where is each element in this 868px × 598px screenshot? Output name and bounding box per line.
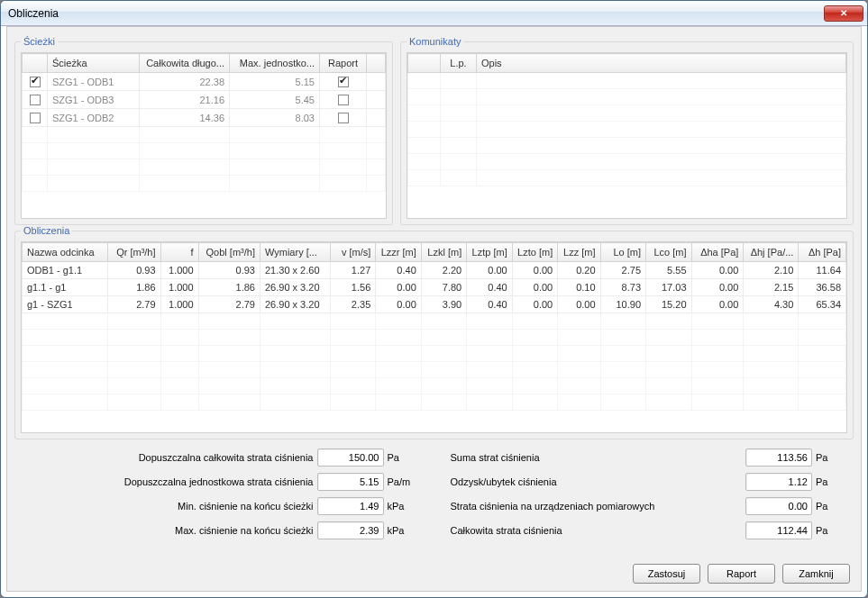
- summary-unit: Pa: [816, 501, 846, 512]
- summary-label: Odzysk/ubytek ciśnienia: [451, 476, 743, 487]
- cell-f: 1.000: [160, 279, 198, 296]
- checkbox-icon[interactable]: [338, 113, 349, 123]
- messages-legend: Komunikaty: [407, 36, 463, 47]
- col-lzz[interactable]: Lzz [m]: [558, 243, 600, 262]
- paths-group: Ścieżki Ścieżka Całkowita długo... Max. …: [14, 36, 393, 225]
- col-lzzr[interactable]: Lzzr [m]: [376, 243, 421, 262]
- col-lo[interactable]: Lo [m]: [600, 243, 645, 262]
- col-lp[interactable]: L.p.: [441, 54, 477, 73]
- cell-lztp: 0.40: [467, 279, 512, 296]
- col-lco[interactable]: Lco [m]: [646, 243, 691, 262]
- summary-unit: Pa: [816, 476, 846, 487]
- messages-grid[interactable]: L.p. Opis: [407, 52, 847, 219]
- cell-lco: 17.03: [646, 279, 691, 296]
- col-sciezka[interactable]: Ścieżka: [48, 54, 140, 73]
- cell-v: 1.56: [330, 279, 375, 296]
- calc-legend: Obliczenia: [21, 225, 72, 236]
- cell-v: 1.27: [330, 262, 375, 279]
- summary-unit: Pa: [388, 452, 418, 463]
- col-select[interactable]: [23, 54, 48, 73]
- summary-value[interactable]: 5.15: [317, 473, 384, 491]
- cell-lzto: 0.00: [512, 279, 557, 296]
- checkbox-icon[interactable]: [338, 95, 349, 105]
- path-max: 5.15: [230, 73, 320, 91]
- table-row[interactable]: SZG1 - ODB122.385.15: [23, 73, 386, 91]
- col-lzto[interactable]: Lzto [m]: [512, 243, 557, 262]
- col-dha[interactable]: Δha [Pa]: [691, 243, 744, 262]
- checkbox-icon[interactable]: [30, 95, 41, 105]
- col-wymiary[interactable]: Wymiary [...: [260, 243, 330, 262]
- cell-qr: 1.86: [107, 279, 160, 296]
- col-dlugosc[interactable]: Całkowita długo...: [140, 54, 230, 73]
- table-row[interactable]: SZG1 - ODB321.165.45: [23, 91, 386, 109]
- cell-lzto: 0.00: [512, 262, 557, 279]
- col-qobl[interactable]: Qobl [m³/h]: [198, 243, 260, 262]
- cell-lco: 15.20: [646, 296, 691, 313]
- cell-lztp: 0.40: [467, 296, 512, 313]
- window-title: Obliczenia: [8, 7, 59, 20]
- cell-v: 2.35: [330, 296, 375, 313]
- client-area: Ścieżki Ścieżka Całkowita długo... Max. …: [6, 26, 862, 592]
- cell-lzzr: 0.00: [376, 279, 421, 296]
- table-row[interactable]: g1.1 - g11.861.0001.8626.90 x 3.201.560.…: [23, 279, 846, 296]
- titlebar[interactable]: Obliczenia ✕: [1, 1, 867, 26]
- cell-qobl: 0.93: [198, 262, 260, 279]
- col-raport[interactable]: Raport: [320, 54, 367, 73]
- table-row[interactable]: g1 - SZG12.791.0002.7926.90 x 3.202.350.…: [23, 296, 846, 313]
- checkbox-icon[interactable]: [30, 77, 41, 87]
- col-qr[interactable]: Qr [m³/h]: [107, 243, 160, 262]
- cell-f: 1.000: [160, 262, 198, 279]
- summary-value[interactable]: 1.49: [317, 497, 384, 515]
- cell-lzkl: 2.20: [421, 262, 466, 279]
- close-icon[interactable]: ✕: [824, 5, 863, 22]
- cell-wymiary: 26.90 x 3.20: [260, 296, 330, 313]
- calc-grid[interactable]: Nazwa odcinkaQr [m³/h]fQobl [m³/h]Wymiar…: [21, 241, 847, 433]
- summary-unit: kPa: [388, 525, 418, 536]
- summary-value[interactable]: 150.00: [317, 448, 384, 467]
- summary-row: Max. ciśnienie na końcu ścieżki2.39kPa: [22, 521, 418, 539]
- apply-button[interactable]: Zastosuj: [633, 564, 700, 584]
- table-row[interactable]: SZG1 - ODB214.368.03: [23, 109, 386, 127]
- col-msg-blank[interactable]: [408, 54, 441, 73]
- path-max: 8.03: [230, 109, 320, 127]
- checkbox-icon[interactable]: [30, 113, 41, 123]
- col-spacer: [367, 54, 386, 73]
- summary-value[interactable]: 1.12: [745, 473, 812, 491]
- summary-row: Dopuszczalna jednostkowa strata ciśnieni…: [22, 473, 418, 491]
- cell-nazwa: g1.1 - g1: [23, 279, 108, 296]
- summary-row: Strata ciśnienia na urządzeniach pomiaro…: [451, 497, 847, 515]
- close-button[interactable]: Zamknij: [782, 564, 850, 584]
- summary-row: Min. ciśnienie na końcu ścieżki1.49kPa: [22, 497, 418, 515]
- paths-grid[interactable]: Ścieżka Całkowita długo... Max. jednostk…: [21, 52, 387, 219]
- cell-dha: 0.00: [691, 262, 744, 279]
- col-lzkl[interactable]: Lzkl [m]: [421, 243, 466, 262]
- summary-row: Odzysk/ubytek ciśnienia1.12Pa: [451, 473, 847, 491]
- cell-dhj: 2.15: [744, 279, 799, 296]
- table-row[interactable]: ODB1 - g1.10.931.0000.9321.30 x 2.601.27…: [23, 262, 846, 279]
- summary-value[interactable]: 112.44: [745, 521, 812, 539]
- summary-unit: Pa: [816, 452, 846, 463]
- col-f[interactable]: f: [160, 243, 198, 262]
- col-v[interactable]: v [m/s]: [330, 243, 375, 262]
- dialog-window: Obliczenia ✕ Ścieżki Ścieżka Całkowita d…: [0, 0, 868, 598]
- summary-value[interactable]: 113.56: [745, 448, 812, 467]
- col-opis[interactable]: Opis: [477, 54, 846, 73]
- report-button[interactable]: Raport: [708, 564, 775, 584]
- summary-value[interactable]: 2.39: [317, 521, 384, 539]
- col-dh[interactable]: Δh [Pa]: [799, 243, 846, 262]
- col-lztp[interactable]: Lztp [m]: [467, 243, 512, 262]
- col-max[interactable]: Max. jednostko...: [230, 54, 320, 73]
- summary-label: Suma strat ciśnienia: [451, 452, 743, 463]
- cell-qobl: 2.79: [198, 296, 260, 313]
- col-nazwa[interactable]: Nazwa odcinka: [23, 243, 108, 262]
- paths-legend: Ścieżki: [21, 36, 58, 47]
- cell-dh: 65.34: [799, 296, 846, 313]
- cell-lzz: 0.00: [558, 296, 600, 313]
- cell-lo: 2.75: [600, 262, 645, 279]
- checkbox-icon[interactable]: [338, 77, 349, 87]
- cell-dha: 0.00: [691, 279, 744, 296]
- col-dhj[interactable]: Δhj [Pa/...: [744, 243, 799, 262]
- summary-value[interactable]: 0.00: [745, 497, 812, 515]
- cell-wymiary: 26.90 x 3.20: [260, 279, 330, 296]
- cell-lzz: 0.20: [558, 262, 600, 279]
